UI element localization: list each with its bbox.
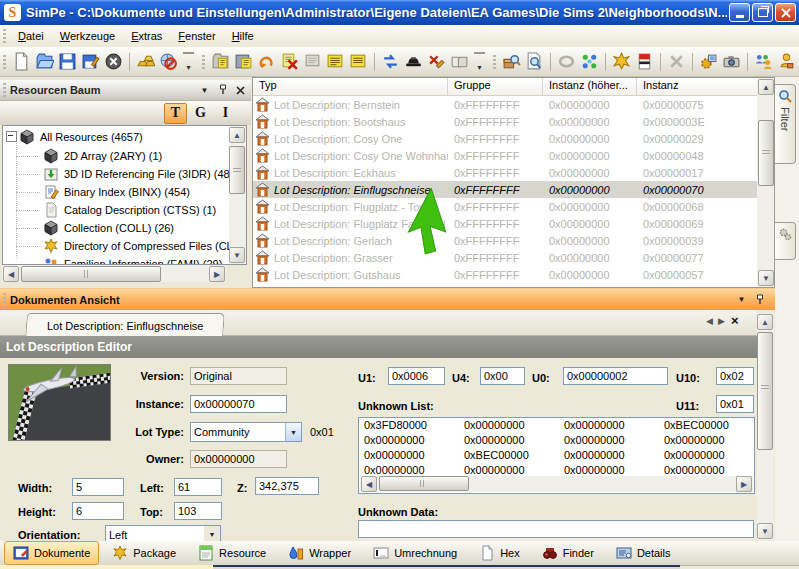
tree-scroll-thumb[interactable] xyxy=(229,146,245,194)
object-cluster-icon[interactable] xyxy=(580,52,599,71)
toolbar-grip[interactable] xyxy=(3,55,6,69)
note-yellow-icon-2[interactable] xyxy=(349,52,368,71)
restore-button[interactable] xyxy=(752,3,773,22)
tree-item-2d-array[interactable]: 2D Array (2ARY) (1) xyxy=(43,147,162,165)
note-delete-icon[interactable] xyxy=(280,52,299,71)
tree-item-binx[interactable]: Binary Index (BINX) (454) xyxy=(43,183,190,201)
u11-field[interactable]: 0x01 xyxy=(716,395,754,413)
resource-row[interactable]: Lot Description: Grasser 0xFFFFFFFF0x000… xyxy=(253,249,757,266)
u10-field[interactable]: 0x02 xyxy=(716,367,754,385)
z-field[interactable]: 342,375 xyxy=(255,477,319,495)
report-bar-icon[interactable] xyxy=(635,52,654,71)
people-group-icon[interactable] xyxy=(754,52,773,71)
document-search-icon[interactable] xyxy=(525,52,544,71)
save-icon[interactable] xyxy=(58,52,77,71)
tree-filter-group-button[interactable]: G xyxy=(189,103,212,124)
new-file-icon[interactable] xyxy=(12,52,31,71)
tree-item-fami[interactable]: Familien Information (FAMI) (29) xyxy=(43,255,222,265)
version-field[interactable]: Original xyxy=(190,367,287,385)
close-panel-icon[interactable] xyxy=(233,83,248,97)
resource-row-selected[interactable]: Lot Description: Einflugschneise 0xFFFFF… xyxy=(253,181,757,198)
tree-item-clst[interactable]: Directory of Compressed Files (CLS xyxy=(43,237,240,255)
tab-wrapper[interactable]: Wrapper xyxy=(279,541,360,565)
u1-field[interactable]: 0x0006 xyxy=(388,367,445,385)
column-instanz[interactable]: Instanz xyxy=(637,78,757,95)
document-tab[interactable]: Lot Description: Einflugschneise xyxy=(25,313,225,337)
unknown-list-row[interactable]: 0x000000000x000000000x000000000x00000000 xyxy=(359,433,754,448)
list-scroll-thumb[interactable] xyxy=(758,120,774,186)
resource-row[interactable]: Lot Description: Bernstein 0xFFFFFFFF0x0… xyxy=(253,96,757,113)
gold-bars-icon[interactable] xyxy=(136,52,155,71)
tree-item-all-resources[interactable]: All Resources (4657) xyxy=(19,128,143,146)
panel-grip[interactable] xyxy=(3,83,6,97)
disable-globe-icon[interactable] xyxy=(159,52,178,71)
left-field[interactable]: 61 xyxy=(174,478,222,496)
tab-hex[interactable]: Hex xyxy=(470,541,529,565)
tree-scroll-left-icon[interactable]: ◀ xyxy=(3,266,19,282)
resource-row[interactable]: Lot Description: Flugplatz Falkental 0xF… xyxy=(253,215,757,232)
box-search-icon[interactable] xyxy=(502,52,521,71)
pin-icon[interactable] xyxy=(752,293,767,307)
u4-field[interactable]: 0x00 xyxy=(480,367,525,385)
resource-row[interactable]: Lot Description: Gerlach 0xFFFFFFFF0x000… xyxy=(253,232,757,249)
tab-scroll-right-icon[interactable]: ▶ xyxy=(718,316,725,326)
person-icon[interactable] xyxy=(777,52,796,71)
undo-icon[interactable] xyxy=(257,52,276,71)
toolbar-overflow-icon[interactable]: ▾ xyxy=(183,52,194,72)
note-yellow-icon[interactable] xyxy=(326,52,345,71)
tree-item-ctss[interactable]: Catalog Description (CTSS) (1) xyxy=(43,201,216,219)
column-typ[interactable]: Typ xyxy=(253,78,448,95)
list-scroll-down-icon[interactable]: ▼ xyxy=(758,270,774,286)
unknown-list-scroll-left-icon[interactable]: ◀ xyxy=(361,476,377,492)
gear-image-icon[interactable] xyxy=(699,52,718,71)
tab-package[interactable]: Package xyxy=(103,541,185,565)
menu-fenster[interactable]: Fenster xyxy=(170,27,223,45)
tab-dokumente[interactable]: Dokumente xyxy=(4,541,99,565)
package-open-icon[interactable] xyxy=(211,52,230,71)
menu-grip[interactable] xyxy=(3,29,6,43)
toolbar-grip[interactable] xyxy=(493,55,496,69)
resource-row[interactable]: Lot Description: Flugplatz - Tower 0xFFF… xyxy=(253,198,757,215)
column-instanz-hi[interactable]: Instanz (höher... xyxy=(543,78,637,95)
document-scroll-thumb[interactable] xyxy=(757,332,773,450)
resource-row[interactable]: Lot Description: Bootshaus 0xFFFFFFFF0x0… xyxy=(253,113,757,130)
minimize-button[interactable] xyxy=(729,3,750,22)
guard-hat-icon[interactable] xyxy=(404,52,423,71)
close-button[interactable] xyxy=(775,3,796,22)
lot-type-combo[interactable]: Community ▼ xyxy=(190,422,302,442)
close-tab-icon[interactable]: × xyxy=(731,313,739,328)
instance-field[interactable]: 0x00000070 xyxy=(190,395,287,413)
resource-row[interactable]: Lot Description: Eckhaus 0xFFFFFFFF0x000… xyxy=(253,164,757,181)
chevron-down-icon[interactable]: ▼ xyxy=(734,293,749,307)
note-gray-icon[interactable] xyxy=(303,52,322,71)
tab-scroll-left-icon[interactable]: ◀ xyxy=(706,316,713,326)
list-scroll-up-icon[interactable]: ▲ xyxy=(758,79,774,95)
package-save-icon[interactable] xyxy=(234,52,253,71)
save-as-icon[interactable] xyxy=(81,52,100,71)
column-gruppe[interactable]: Gruppe xyxy=(448,78,543,95)
refresh-icon[interactable] xyxy=(381,52,400,71)
menu-werkzeuge[interactable]: Werkzeuge xyxy=(52,27,123,45)
document-scroll-down-icon[interactable]: ▼ xyxy=(757,523,773,539)
unknown-list-hscroll-thumb[interactable] xyxy=(379,476,469,491)
unknown-list-scroll-right-icon[interactable]: ▶ xyxy=(736,476,752,492)
toolbar-overflow-icon[interactable]: ▾ xyxy=(474,52,485,72)
panel-grip[interactable] xyxy=(3,293,6,307)
top-field[interactable]: 103 xyxy=(174,502,222,520)
u0-field[interactable]: 0x00000002 xyxy=(563,367,668,385)
pin-icon[interactable] xyxy=(215,83,230,97)
tree-filter-type-button[interactable]: T xyxy=(164,103,187,124)
unknown-list-row[interactable]: 0x3FD800000x000000000x000000000xBEC00000 xyxy=(359,418,754,433)
camera-icon[interactable] xyxy=(722,52,741,71)
document-scroll-up-icon[interactable]: ▲ xyxy=(757,314,773,330)
unknown-list-row[interactable]: 0x000000000xBEC000000x000000000x00000000 xyxy=(359,448,754,463)
resource-row[interactable]: Lot Description: Gutshaus 0xFFFFFFFF0x00… xyxy=(253,266,757,283)
chevron-down-icon[interactable]: ▼ xyxy=(197,83,212,97)
chevron-down-icon[interactable]: ▼ xyxy=(285,423,301,441)
ring-icon[interactable] xyxy=(557,52,576,71)
owner-field[interactable]: 0x00000000 xyxy=(190,450,287,468)
tree-item-3idr[interactable]: 3D ID Referencing File (3IDR) (480 xyxy=(43,165,236,183)
tree-expand-toggle[interactable] xyxy=(6,131,17,142)
tools-tab[interactable] xyxy=(775,222,796,260)
tree-scroll-down-icon[interactable]: ▼ xyxy=(229,247,245,263)
